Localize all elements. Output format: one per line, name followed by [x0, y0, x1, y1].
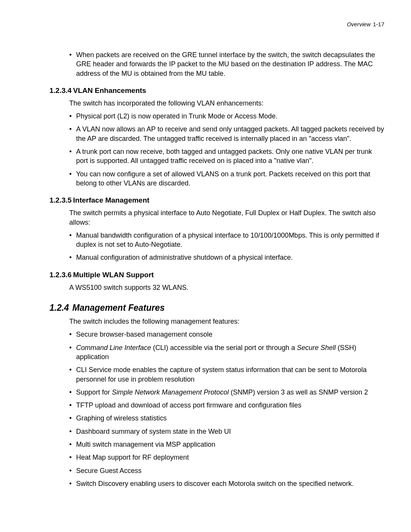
intro-paragraph: The switch includes the following manage… [69, 317, 384, 326]
header-section: Overview [347, 21, 371, 27]
heading-title: VLAN Enhancements [73, 86, 146, 94]
list-item: CLI Service mode enables the capture of … [76, 365, 384, 384]
list-item: TFTP upload and download of access port … [76, 401, 384, 410]
text: (CLI) accessible via the serial port or … [151, 344, 297, 351]
list-item: You can now configure a set of allowed V… [76, 169, 384, 188]
italic-text: Simple Network Management Protocol [112, 388, 229, 396]
text: Support for [76, 388, 112, 396]
list-item: Switch Discovery enabling users to disco… [76, 479, 384, 488]
list-item: Command Line Interface (CLI) accessible … [76, 343, 384, 362]
heading-number: 1.2.3.4 [49, 86, 73, 95]
vlan-bullet-list: Physical port (L2) is now operated in Tr… [49, 112, 384, 188]
subsection-heading-interface: 1.2.3.5Interface Management [49, 196, 384, 204]
heading-title: Management Features [72, 303, 165, 313]
heading-title: Interface Management [73, 196, 150, 204]
list-item: Heat Map support for RF deployment [76, 453, 384, 462]
top-bullet-list: When packets are received on the GRE tun… [49, 50, 384, 78]
interface-bullet-list: Manual bandwidth configuration of a phys… [49, 231, 384, 262]
subsection-heading-wlan: 1.2.3.6Multiple WLAN Support [49, 271, 384, 279]
list-item: Manual bandwidth configuration of a phys… [76, 231, 384, 249]
italic-text: Secure Shell [297, 344, 336, 351]
heading-title: Multiple WLAN Support [73, 271, 154, 279]
intro-paragraph: The switch has incorporated the followin… [69, 99, 384, 108]
section-heading-management: 1.2.4Management Features [49, 303, 384, 313]
page-header: Overview1-17 [49, 21, 384, 27]
heading-number: 1.2.3.6 [49, 271, 73, 279]
management-bullet-list: Secure browser-based management console … [49, 330, 384, 488]
intro-paragraph: A WS5100 switch supports 32 WLANS. [69, 283, 384, 292]
page: Overview1-17 When packets are received o… [0, 0, 411, 532]
list-item: A VLAN now allows an AP to receive and s… [76, 125, 384, 143]
list-item: When packets are received on the GRE tun… [76, 50, 384, 78]
content: When packets are received on the GRE tun… [49, 50, 384, 488]
subsection-heading-vlan: 1.2.3.4VLAN Enhancements [49, 86, 384, 95]
heading-number: 1.2.4 [49, 303, 72, 313]
list-item: A trunk port can now receive, both tagge… [76, 147, 384, 166]
list-item: Secure Guest Access [76, 466, 384, 475]
text: (SNMP) version 3 as well as SNMP version… [229, 388, 368, 396]
list-item: Graphing of wireless statistics [76, 414, 384, 423]
header-page-number: 1-17 [373, 21, 384, 27]
intro-paragraph: The switch permits a physical interface … [69, 208, 384, 227]
italic-text: Command Line Interface [76, 344, 151, 351]
list-item: Physical port (L2) is now operated in Tr… [76, 112, 384, 121]
list-item: Secure browser-based management console [76, 330, 384, 339]
list-item: Support for Simple Network Management Pr… [76, 388, 384, 397]
list-item: Dashboard summary of system state in the… [76, 427, 384, 436]
list-item: Manual configuration of administrative s… [76, 253, 384, 262]
list-item: Multi switch management via MSP applicat… [76, 440, 384, 449]
heading-number: 1.2.3.5 [49, 196, 73, 204]
